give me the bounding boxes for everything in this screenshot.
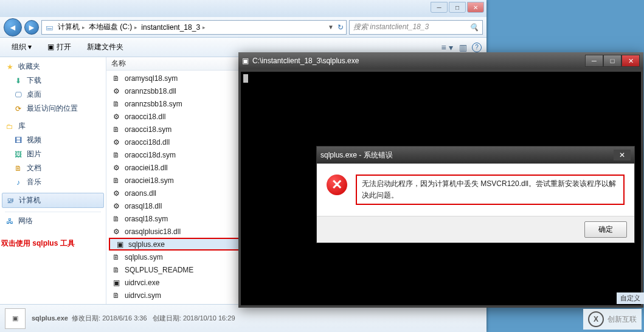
sidebar-item-videos[interactable]: 🎞视频 — [0, 133, 106, 147]
console-maximize-button[interactable]: □ — [603, 55, 621, 67]
file-name: oraocci18.sym — [125, 125, 171, 134]
exe-file-icon: ▣ — [115, 240, 125, 249]
dll-file-icon: ⚙ — [111, 227, 121, 237]
sidebar-favorites[interactable]: ★收藏夹 — [0, 60, 106, 74]
ok-button[interactable]: 确定 — [584, 221, 627, 238]
open-button[interactable]: ▣打开 — [41, 40, 78, 55]
dll-file-icon: ⚙ — [111, 188, 121, 198]
drive-icon: 🖴 — [44, 22, 54, 32]
sidebar-libraries[interactable]: 🗀库 — [0, 119, 106, 133]
error-icon: ✕ — [327, 175, 347, 195]
sym-file-icon: 🗎 — [111, 176, 121, 185]
dll-file-icon: ⚙ — [111, 163, 121, 173]
forward-button[interactable]: ► — [24, 20, 39, 35]
exe-file-icon: ▣ — [111, 278, 121, 288]
video-icon: 🎞 — [13, 136, 23, 145]
search-icon: 🔍 — [469, 23, 479, 32]
sidebar-item-documents[interactable]: 🗎文档 — [0, 161, 106, 175]
star-icon: ★ — [5, 62, 15, 72]
sym-file-icon: 🗎 — [111, 99, 121, 109]
sidebar-item-recent[interactable]: ⟳最近访问的位置 — [0, 102, 106, 116]
txt-file-icon: 🗎 — [111, 265, 121, 275]
sidebar-item-desktop[interactable]: 🖵桌面 — [0, 88, 106, 102]
file-name: SQLPLUS_README — [125, 266, 193, 274]
error-title-text: sqlplus.exe - 系统错误 — [320, 150, 393, 161]
file-name: oraociei18.sym — [125, 176, 174, 185]
breadcrumb-item[interactable]: instantclient_18_3 — [141, 23, 200, 32]
details-pane: ▣ sqlplus.exe 修改日期: 2018/6/16 3:36 创建日期:… — [0, 304, 486, 332]
file-name: orasqlplusic18.dll — [125, 227, 181, 236]
close-button[interactable]: ✕ — [467, 2, 484, 13]
watermark-logo-icon: X — [588, 311, 604, 327]
navigation-pane: ★收藏夹 ⬇下载 🖵桌面 ⟳最近访问的位置 🗀库 🎞视频 🖼图片 🗎文档 ♪音乐… — [0, 57, 106, 304]
sidebar-item-network[interactable]: 🖧网络 — [0, 214, 106, 228]
explorer-titlebar[interactable]: ─ □ ✕ — [0, 0, 486, 17]
error-titlebar[interactable]: sqlplus.exe - 系统错误 ✕ — [317, 147, 634, 164]
organize-button[interactable]: 组织 ▾ — [5, 40, 38, 55]
sym-file-icon: 🗎 — [111, 150, 121, 160]
chevron-right-icon: ▸ — [82, 24, 85, 30]
network-icon: 🖧 — [5, 216, 15, 226]
dll-file-icon: ⚙ — [111, 112, 121, 122]
annotation-label: 双击使用 sqlplus 工具 — [1, 238, 75, 249]
search-input[interactable]: 搜索 instantclient_18_3 🔍 — [349, 20, 483, 35]
file-name: oramysql18.sym — [125, 74, 178, 83]
console-cursor — [243, 74, 248, 83]
status-mod-value: 2018/6/16 3:36 — [102, 314, 147, 322]
sidebar-item-computer[interactable]: 🖳计算机 — [2, 193, 104, 208]
file-name: oraocci18.dll — [125, 112, 165, 121]
file-name: orannzsbb18.dll — [125, 87, 176, 95]
sidebar-item-pictures[interactable]: 🖼图片 — [0, 147, 106, 161]
console-icon: ▣ — [242, 57, 249, 65]
file-name: oraocci18d.sym — [125, 151, 176, 159]
sym-file-icon: 🗎 — [111, 74, 121, 83]
error-message: 无法启动此程序，因为计算机中丢失 MSVCR120.dll。尝试重新安装该程序以… — [356, 175, 625, 205]
file-name: oraons.dll — [125, 189, 156, 198]
error-dialog: sqlplus.exe - 系统错误 ✕ ✕ 无法启动此程序，因为计算机中丢失 … — [316, 146, 635, 243]
console-titlebar[interactable]: ▣ C:\instantclient_18_3\sqlplus.exe ─ □ … — [238, 52, 643, 69]
file-name: orannzsbb18.sym — [125, 100, 182, 108]
file-name: sqlplus.sym — [125, 253, 163, 261]
file-name: uidrvci.sym — [125, 291, 161, 300]
dll-file-icon: ⚙ — [111, 137, 121, 147]
library-icon: 🗀 — [5, 122, 15, 131]
refresh-icon[interactable]: ↻ — [338, 23, 344, 32]
taskbar-hint: 自定义 — [617, 292, 644, 304]
desktop-icon: 🖵 — [13, 90, 23, 100]
dll-file-icon: ⚙ — [111, 86, 121, 96]
console-close-button[interactable]: ✕ — [621, 55, 640, 67]
download-icon: ⬇ — [13, 76, 23, 86]
error-close-button[interactable]: ✕ — [614, 150, 631, 161]
help-icon[interactable]: ? — [472, 43, 482, 52]
dropdown-icon[interactable]: ▼ — [328, 24, 334, 30]
sym-file-icon: 🗎 — [111, 214, 121, 224]
sym-file-icon: 🗎 — [111, 291, 121, 300]
sidebar-item-music[interactable]: ♪音乐 — [0, 175, 106, 189]
newfolder-button[interactable]: 新建文件夹 — [80, 40, 130, 55]
status-file-icon: ▣ — [5, 308, 26, 329]
search-placeholder: 搜索 instantclient_18_3 — [353, 22, 429, 32]
console-minimize-button[interactable]: ─ — [585, 55, 603, 67]
status-filename: sqlplus.exe — [32, 314, 68, 322]
sidebar-item-downloads[interactable]: ⬇下载 — [0, 74, 106, 88]
file-name: orasql18.dll — [125, 202, 162, 210]
minimize-button[interactable]: ─ — [431, 2, 448, 13]
picture-icon: 🖼 — [13, 150, 23, 159]
file-name: uidrvci.exe — [125, 278, 159, 287]
computer-icon: 🖳 — [5, 196, 15, 206]
music-icon: ♪ — [13, 178, 23, 187]
status-mod-label: 修改日期: — [72, 314, 100, 322]
dll-file-icon: ⚙ — [111, 201, 121, 211]
breadcrumb-item[interactable]: 本地磁盘 (C:) — [89, 22, 132, 32]
document-icon: 🗎 — [13, 164, 23, 173]
breadcrumb-item[interactable]: 计算机 — [58, 22, 80, 32]
watermark-text: 创新互联 — [608, 314, 637, 325]
breadcrumb-bar[interactable]: 🖴 计算机▸ 本地磁盘 (C:)▸ instantclient_18_3▸ ▼ … — [41, 20, 347, 35]
maximize-button[interactable]: □ — [449, 2, 466, 13]
back-button[interactable]: ◄ — [4, 18, 22, 36]
chevron-right-icon: ▸ — [203, 24, 206, 30]
file-name: oraocci18d.dll — [125, 138, 170, 147]
status-create-label: 创建日期: — [153, 314, 181, 322]
recent-icon: ⟳ — [13, 104, 23, 114]
sym-file-icon: 🗎 — [111, 125, 121, 134]
